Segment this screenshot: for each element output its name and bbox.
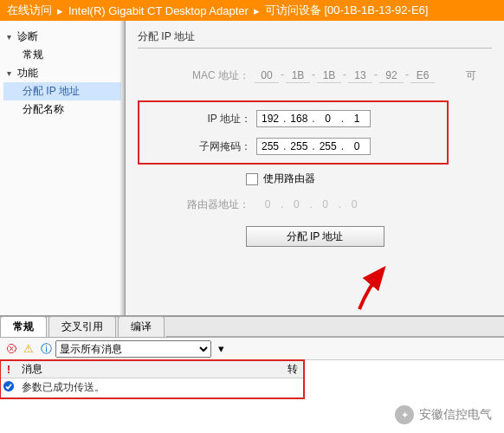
mac-side-label: 可 [466, 68, 476, 83]
breadcrumb: 在线访问 ▸ Intel(R) Gigabit CT Desktop Adapt… [0, 0, 504, 21]
mask-octet[interactable] [286, 140, 312, 152]
tree-node-assign-name[interactable]: 分配名称 [3, 100, 121, 119]
header-icon-col: ! [1, 364, 16, 376]
tree-label: 分配名称 [23, 102, 64, 117]
bottom-tabbar: 常规 交叉引用 编译 [0, 317, 504, 338]
ip-highlight-box: IP 地址： . . . 子网掩码： . . . [138, 100, 449, 165]
message-text: 参数已成功传送。 [16, 380, 303, 395]
tree-label: 分配 IP 地址 [23, 84, 80, 99]
wechat-icon: ✦ [395, 405, 414, 424]
mask-octet[interactable] [315, 140, 341, 152]
dropdown-icon[interactable]: ▾ [213, 341, 229, 357]
ip-octet[interactable] [286, 113, 312, 125]
ip-input[interactable]: . . . [256, 110, 371, 127]
watermark-text: 安徽信控电气 [419, 407, 492, 423]
mask-label: 子网掩码： [139, 139, 256, 154]
mac-display: 00- 1B- 1B- 13- 92- E6 [255, 68, 435, 83]
use-router-label: 使用路由器 [263, 171, 315, 186]
info-icon[interactable]: ⓘ [38, 341, 54, 357]
header-right-col: 转 [282, 362, 303, 377]
tree-label: 功能 [17, 66, 38, 81]
message-row[interactable]: 参数已成功传送。 [1, 378, 303, 397]
tree-label: 诊断 [17, 29, 38, 44]
arrow-annotation-icon [351, 262, 403, 313]
mask-octet[interactable] [344, 140, 370, 152]
nav-tree: ▾ 诊断 常规 ▾ 功能 分配 IP 地址 分配名称 [0, 21, 126, 315]
router-octet [283, 198, 309, 210]
mac-octet: 92 [379, 68, 404, 83]
mac-octet: 13 [348, 68, 372, 83]
router-input: . . . [255, 196, 367, 213]
error-icon[interactable]: ⮾ [3, 341, 19, 357]
mac-octet: E6 [410, 68, 435, 83]
header-msg-col[interactable]: 消息 [16, 362, 282, 377]
ip-octet[interactable] [315, 113, 341, 125]
message-highlight-box: ! 消息 转 参数已成功传送。 [0, 359, 305, 399]
message-filter-select[interactable]: 显示所有消息 [55, 340, 211, 358]
tree-node-func[interactable]: ▾ 功能 [3, 64, 121, 82]
chevron-right-icon: ▸ [254, 4, 260, 17]
breadcrumb-item[interactable]: 在线访问 [7, 3, 52, 18]
mac-octet: 00 [255, 68, 279, 83]
tree-node-assign-ip[interactable]: 分配 IP 地址 [3, 82, 121, 100]
breadcrumb-item[interactable]: Intel(R) Gigabit CT Desktop Adapter [68, 4, 249, 17]
mac-octet: 1B [317, 68, 341, 83]
tab-general[interactable]: 常规 [0, 316, 47, 337]
message-toolbar: ⮾ ⚠ ⓘ 显示所有消息 ▾ [0, 338, 504, 360]
router-label: 路由器地址： [138, 197, 255, 212]
svg-point-0 [3, 381, 14, 391]
collapse-icon[interactable]: ▾ [7, 68, 17, 78]
mac-octet: 1B [286, 68, 310, 83]
warning-icon[interactable]: ⚠ [21, 341, 36, 357]
assign-ip-button[interactable]: 分配 IP 地址 [246, 226, 384, 247]
watermark: ✦ 安徽信控电气 [395, 405, 492, 424]
ip-octet[interactable] [344, 113, 370, 125]
tab-compile[interactable]: 编译 [118, 316, 165, 337]
tab-xref[interactable]: 交叉引用 [48, 316, 116, 337]
ip-octet[interactable] [257, 113, 283, 125]
tree-node-general[interactable]: 常规 [3, 46, 121, 64]
router-octet [255, 198, 281, 210]
use-router-checkbox[interactable] [246, 173, 258, 185]
breadcrumb-item[interactable]: 可访问设备 [00-1B-1B-13-92-E6] [265, 3, 429, 18]
mask-octet[interactable] [257, 140, 283, 152]
ip-label: IP 地址： [139, 112, 256, 126]
content-panel: 分配 IP 地址 MAC 地址： 00- 1B- 1B- 13- 92- E6 … [126, 21, 504, 315]
section-title: 分配 IP 地址 [138, 29, 492, 48]
collapse-icon[interactable]: ▾ [7, 32, 17, 42]
mask-input[interactable]: . . . [256, 138, 371, 155]
message-list-header: ! 消息 转 [1, 361, 303, 378]
success-icon [1, 380, 16, 395]
chevron-right-icon: ▸ [57, 4, 63, 17]
router-octet [313, 198, 339, 210]
mac-label: MAC 地址： [138, 68, 255, 83]
router-octet [341, 198, 367, 210]
tree-node-diag[interactable]: ▾ 诊断 [3, 28, 121, 46]
tree-label: 常规 [23, 48, 43, 62]
